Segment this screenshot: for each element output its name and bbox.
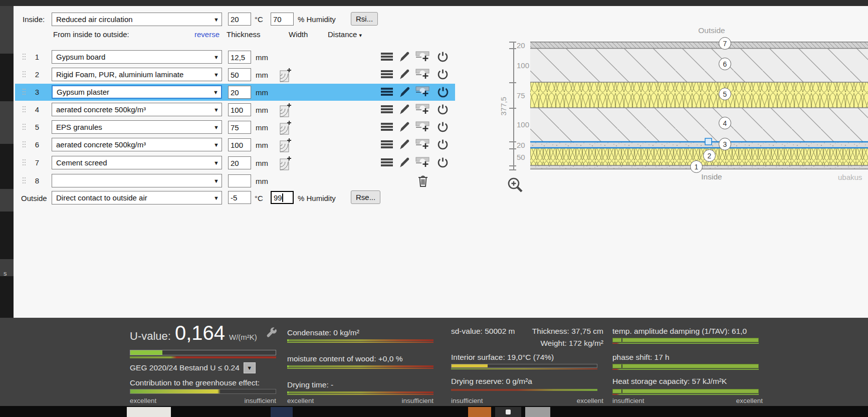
- layer-marker-4[interactable]: 4: [719, 117, 731, 129]
- thickness-input[interactable]: [228, 121, 251, 134]
- thickness-input[interactable]: [228, 174, 251, 187]
- power-toggle-icon[interactable]: [437, 138, 449, 151]
- u-value-unit: W/(m²K): [229, 333, 257, 341]
- edit-pencil-icon[interactable]: [399, 121, 410, 133]
- inside-surface-select[interactable]: Reduced air circulation ▼: [52, 13, 222, 26]
- column-header-width: Width: [289, 30, 308, 39]
- drag-handle-icon[interactable]: [23, 124, 24, 125]
- layer-marker-3[interactable]: 3: [719, 138, 731, 150]
- material-select[interactable]: Gypsum plaster▼: [52, 85, 222, 99]
- power-toggle-icon[interactable]: [437, 51, 449, 63]
- material-select[interactable]: EPS granules▼: [52, 120, 222, 134]
- wall-cross-section[interactable]: [530, 42, 868, 169]
- chevron-down-icon: ▼: [213, 89, 219, 95]
- thumbnail[interactable]: [127, 407, 171, 417]
- edit-pencil-icon[interactable]: [399, 51, 410, 63]
- thickness-input[interactable]: [228, 156, 251, 169]
- scale-labels: insufficient excellent: [451, 397, 603, 405]
- layer-row-6: 6 aerated concrete 500kg/m³▼ mm: [15, 136, 455, 153]
- rsi-button[interactable]: Rsi...: [351, 12, 378, 26]
- inside-temperature-input[interactable]: [228, 13, 251, 26]
- geg-dropdown-button[interactable]: ▼: [244, 362, 256, 373]
- outside-temperature-input[interactable]: [228, 191, 251, 204]
- material-select[interactable]: ▼: [52, 174, 222, 187]
- material-select[interactable]: Gypsum board▼: [52, 50, 222, 64]
- selected-layer-resize-handle[interactable]: [705, 138, 712, 145]
- drag-handle-icon[interactable]: [23, 141, 24, 142]
- inside-humidity-input[interactable]: [271, 13, 294, 26]
- row-menu-icon[interactable]: [381, 88, 393, 90]
- insert-layer-icon[interactable]: [415, 68, 430, 80]
- thickness-input[interactable]: [228, 68, 251, 81]
- outside-surface-select[interactable]: Direct contact to outside air ▼: [52, 191, 222, 204]
- unit-label: mm: [256, 53, 268, 62]
- insert-layer-icon[interactable]: [415, 51, 430, 63]
- layer-marker-2[interactable]: 2: [703, 149, 716, 162]
- layer-marker-5[interactable]: 5: [719, 88, 731, 100]
- thickness-input[interactable]: [228, 138, 251, 151]
- greenhouse-bar: [130, 389, 276, 394]
- drag-handle-icon[interactable]: [23, 159, 24, 160]
- layer-marker-7[interactable]: 7: [719, 37, 731, 50]
- edit-pencil-icon[interactable]: [399, 69, 410, 80]
- drag-handle-icon[interactable]: [23, 177, 24, 178]
- add-beams-icon[interactable]: [280, 68, 292, 83]
- power-toggle-icon[interactable]: [437, 121, 449, 133]
- drag-handle-icon[interactable]: [23, 54, 24, 55]
- add-beams-icon[interactable]: [280, 138, 292, 153]
- add-beams-icon[interactable]: [280, 120, 292, 135]
- material-select[interactable]: aerated concrete 500kg/m³▼: [52, 138, 222, 151]
- material-select[interactable]: aerated concrete 500kg/m³▼: [52, 103, 222, 116]
- power-toggle-icon[interactable]: [437, 156, 449, 169]
- zoom-in-icon[interactable]: [506, 176, 526, 196]
- row-menu-icon[interactable]: [381, 158, 393, 160]
- drying-time-bar: [287, 391, 433, 395]
- thickness-input[interactable]: [228, 103, 251, 116]
- material-select[interactable]: Rigid Foam, PUR, aluminium laminate▼: [52, 68, 222, 81]
- top-window-strip: [0, 0, 868, 6]
- edit-pencil-icon[interactable]: [399, 104, 410, 115]
- add-beams-icon[interactable]: [280, 103, 292, 118]
- insert-layer-icon[interactable]: [415, 86, 430, 98]
- trash-icon[interactable]: [417, 174, 429, 187]
- insert-layer-icon[interactable]: [415, 156, 430, 168]
- edit-pencil-icon[interactable]: [399, 86, 411, 98]
- unit-label: mm: [256, 71, 268, 79]
- power-toggle-icon[interactable]: [437, 86, 450, 99]
- sidebar-block: [0, 276, 14, 318]
- thumbnail[interactable]: [495, 407, 521, 417]
- drag-handle-icon[interactable]: [23, 106, 24, 107]
- greenhouse-label: Contribution to the greenhouse effect:: [130, 378, 260, 387]
- row-menu-icon[interactable]: [381, 70, 393, 72]
- row-menu-icon[interactable]: [381, 105, 393, 107]
- drag-handle-icon[interactable]: [23, 89, 24, 90]
- drag-handle-icon[interactable]: [23, 71, 24, 72]
- insert-layer-icon[interactable]: [415, 103, 430, 115]
- power-toggle-icon[interactable]: [437, 103, 449, 116]
- add-beams-icon[interactable]: [280, 156, 292, 171]
- thumbnail[interactable]: [271, 407, 293, 417]
- wrench-icon[interactable]: [265, 327, 278, 340]
- reverse-link[interactable]: reverse: [194, 30, 220, 39]
- insert-layer-icon[interactable]: [415, 121, 430, 133]
- thickness-input[interactable]: [228, 51, 251, 64]
- power-toggle-icon[interactable]: [437, 68, 449, 81]
- row-menu-icon[interactable]: [381, 140, 393, 142]
- column-header-distance[interactable]: Distance ▾: [328, 30, 362, 39]
- thumbnail[interactable]: [525, 407, 550, 417]
- insert-layer-icon[interactable]: [415, 138, 430, 150]
- edit-pencil-icon[interactable]: [399, 157, 410, 168]
- layer-marker-1[interactable]: 1: [690, 160, 703, 173]
- edit-pencil-icon[interactable]: [399, 139, 410, 150]
- rse-button[interactable]: Rse...: [351, 190, 380, 204]
- interior-surface-bar: [451, 364, 597, 369]
- thumbnail[interactable]: [468, 407, 491, 417]
- layer-marker-6[interactable]: 6: [719, 58, 731, 70]
- thickness-input[interactable]: [228, 86, 251, 99]
- layer-row-7: 7 Cement screed▼ mm: [15, 154, 455, 171]
- material-select[interactable]: Cement screed▼: [52, 156, 222, 169]
- row-menu-icon[interactable]: [381, 123, 393, 125]
- sidebar-block: [0, 212, 14, 259]
- row-menu-icon[interactable]: [381, 53, 393, 55]
- drying-reserve-value: Drying reserve: 0 g/m²a: [451, 377, 532, 386]
